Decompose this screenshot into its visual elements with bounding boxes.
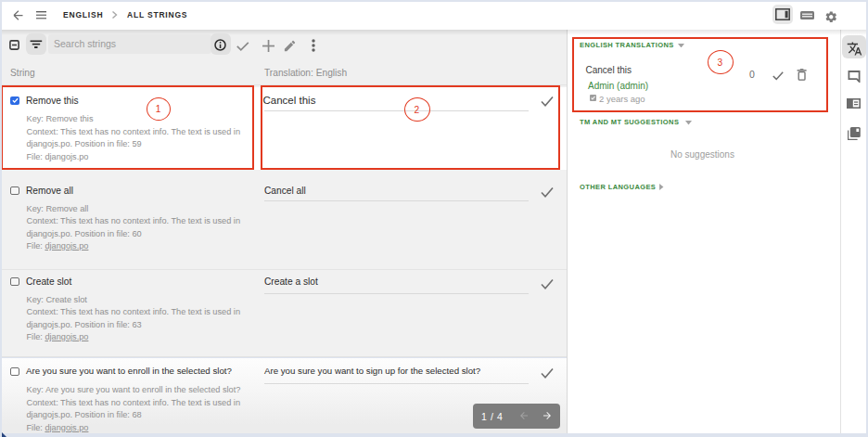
svg-text:1: 1 (156, 104, 161, 114)
svg-text:2: 2 (415, 105, 420, 115)
svg-text:3: 3 (718, 58, 723, 68)
